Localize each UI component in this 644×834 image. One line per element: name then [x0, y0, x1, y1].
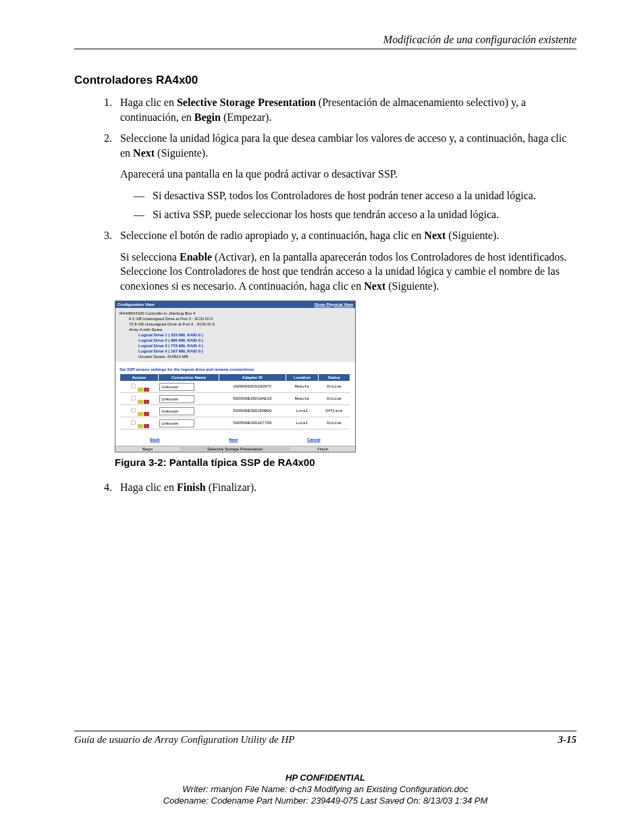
- page-header-section: Modificación de una configuración existe…: [74, 34, 576, 46]
- step3-line1c: (Siguiente).: [446, 230, 499, 241]
- adapter-id: 500508B2001D0B60: [219, 405, 286, 417]
- tree-root: RA4000/4100 Controller in Jitterbug Box …: [119, 311, 351, 316]
- th-adapter: Adapter ID: [219, 374, 286, 381]
- location: Local: [286, 405, 318, 417]
- table-row: 500508B20010AE10 Remote Online: [120, 393, 350, 405]
- location: Local: [286, 417, 318, 429]
- step2-next: Next: [133, 147, 155, 159]
- host-icon: [144, 400, 149, 404]
- step3-next2: Next: [364, 280, 385, 292]
- ss-header-left: Configuration View: [117, 303, 155, 307]
- cancel-link[interactable]: Cancel: [307, 438, 321, 442]
- step4-finish: Finish: [177, 481, 206, 493]
- step1-pre: Haga clic en: [120, 97, 177, 108]
- tree-drive-2: 72.8 GB Unassigned Drive at Port 2 : SCS…: [119, 321, 351, 327]
- ssp-access-table: Access Connection Name Adapter ID Locati…: [120, 374, 350, 429]
- step-3: Seleccione el botón de radio apropiado y…: [115, 228, 576, 293]
- th-status: Status: [318, 374, 350, 381]
- tree-ld1[interactable]: Logical Drive 1 ( 333 MB, RAID 0 ): [138, 333, 203, 337]
- ssp-instruction: Set SSP access settings for the logical …: [115, 362, 355, 374]
- step2-dash2: Si activa SSP, puede seleccionar los hos…: [134, 207, 576, 222]
- status: Offline: [318, 405, 350, 417]
- tree-unused: Unused Space, 414819 MB: [119, 354, 351, 359]
- connection-name-input[interactable]: [159, 395, 194, 403]
- step4-a: Haga clic en: [120, 481, 177, 493]
- th-access: Access: [120, 374, 158, 381]
- step3-enable: Enable: [180, 251, 212, 263]
- confidential-codename: Codename: Codename Part Number: 239449-0…: [74, 796, 576, 807]
- step2-para: Aparecerá una pantalla en la que podrá a…: [120, 167, 576, 182]
- status: Online: [318, 381, 350, 393]
- step3-pa: Si selecciona: [120, 251, 180, 263]
- host-icon: [138, 388, 143, 392]
- tree-drive-1: 9.1 GB Unassigned Drive at Port 2 : SCSI…: [119, 316, 351, 321]
- figure-3-2-screenshot: Configuration View Show Physical View RA…: [115, 301, 356, 453]
- access-checkbox[interactable]: [131, 384, 136, 389]
- step2-line1c: (Siguiente).: [155, 147, 208, 159]
- tree-ld4[interactable]: Logical Drive 4 ( 167 MB, RAID 0 ): [138, 349, 203, 353]
- access-checkbox[interactable]: [131, 409, 136, 413]
- tree-ld3[interactable]: Logical Drive 3 ( 776 MB, RAID 4 ): [138, 344, 203, 348]
- adapter-id: 500508B20010AE10: [219, 393, 286, 405]
- access-checkbox[interactable]: [131, 421, 136, 425]
- footer-left: Guía de usuario de Array Configuration U…: [74, 734, 294, 746]
- step-1: Haga clic en Selective Storage Presentat…: [115, 95, 576, 124]
- th-loc: Location: [286, 374, 318, 381]
- step-4: Haga clic en Finish (Finalizar).: [115, 480, 576, 495]
- step1-b2: Begin: [194, 111, 221, 123]
- finish-label: Finish: [317, 447, 328, 451]
- confidential-block: HP CONFIDENTIAL Writer: rmanjon File Nam…: [74, 773, 576, 807]
- table-row: 10000000C920D97F Remote Online: [120, 381, 350, 393]
- tree-array-a: Array A with Spare: [119, 327, 351, 332]
- host-icon: [144, 424, 149, 428]
- section-title: Controladores RA4x00: [74, 74, 576, 87]
- confidential-writer: Writer: rmanjon File Name: d-ch3 Modifyi…: [74, 784, 576, 796]
- connection-name-input[interactable]: [159, 407, 194, 415]
- host-icon: [138, 412, 143, 416]
- next-link[interactable]: Next: [229, 438, 238, 442]
- step-2: Seleccione la unidad lógica para la que …: [115, 131, 576, 221]
- step1-b1: Selective Storage Presentation: [177, 97, 316, 108]
- confidential-title: HP CONFIDENTIAL: [74, 773, 576, 784]
- back-link[interactable]: Back: [150, 438, 159, 442]
- host-icon: [144, 412, 149, 416]
- adapter-id: 500508B2001D7700: [219, 417, 286, 429]
- step3-pe: (Siguiente).: [385, 280, 439, 292]
- host-icon: [144, 388, 149, 392]
- host-icon: [138, 400, 143, 404]
- tree-ld2[interactable]: Logical Drive 2 ( 886 MB, RAID 0 ): [138, 338, 203, 342]
- status: Online: [318, 417, 350, 429]
- step1-post: (Empezar).: [221, 111, 272, 123]
- step3-next1: Next: [424, 230, 446, 241]
- table-row: 500508B2001D0B60 Local Offline: [120, 405, 350, 417]
- host-icon: [138, 424, 143, 428]
- footer-right: 3-15: [558, 734, 577, 746]
- step4-c: (Finalizar).: [206, 481, 257, 493]
- connection-name-input[interactable]: [159, 419, 194, 427]
- begin-label: Begin: [142, 447, 153, 451]
- status: Online: [318, 393, 350, 405]
- figure-caption: Figura 3-2: Pantalla típica SSP de RA4x0…: [115, 457, 576, 468]
- access-checkbox[interactable]: [131, 396, 136, 401]
- show-physical-view-link[interactable]: Show Physical View: [315, 303, 353, 307]
- configuration-tree: RA4000/4100 Controller in Jitterbug Box …: [115, 308, 355, 363]
- location: Remote: [286, 393, 318, 405]
- table-row: 500508B2001D7700 Local Online: [120, 417, 350, 429]
- wizard-step-label: Selective Storage Presentation: [180, 447, 290, 451]
- step3-line1a: Seleccione el botón de radio apropiado y…: [120, 230, 424, 241]
- th-cname: Connection Name: [158, 374, 219, 381]
- connection-name-input[interactable]: [159, 383, 194, 391]
- adapter-id: 10000000C920D97F: [219, 381, 286, 393]
- step2-dash1: Si desactiva SSP, todos los Controladore…: [134, 188, 576, 203]
- location: Remote: [286, 381, 318, 393]
